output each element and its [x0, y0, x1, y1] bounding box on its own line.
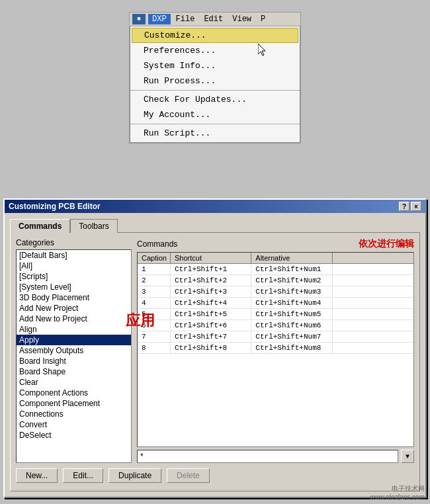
- categories-label: Categories: [16, 238, 132, 247]
- caption-cell: 1: [138, 264, 171, 274]
- tabs: Commands Toolbars: [10, 218, 420, 232]
- alternative-header: Alternative: [251, 253, 332, 263]
- list-item[interactable]: Clear: [17, 377, 131, 388]
- menu-bar-top: ■ DXP File Edit View P: [130, 13, 300, 26]
- run-process-item[interactable]: Run Process...: [130, 73, 300, 89]
- preferences-item[interactable]: Preferences...: [130, 43, 300, 58]
- shortcut-header: Shortcut: [171, 253, 251, 263]
- table-header: Caption Shortcut Alternative: [138, 253, 413, 264]
- table-row[interactable]: 1 Ctrl+Shift+1 Ctrl+Shift+Num1: [138, 264, 413, 275]
- categories-panel: Categories [Default Bars] [All] [Scripts…: [16, 238, 132, 463]
- list-item[interactable]: [System Level]: [17, 282, 131, 292]
- dxp-icon: ■: [132, 14, 146, 24]
- list-item[interactable]: 3D Body Placement: [17, 292, 131, 303]
- caption-cell: 3: [138, 286, 171, 297]
- edit-button[interactable]: Edit...: [63, 468, 103, 483]
- shortcut-cell: Ctrl+Shift+1: [171, 264, 251, 274]
- list-item[interactable]: Component Actions: [17, 388, 131, 398]
- search-dropdown-btn[interactable]: ▼: [401, 450, 414, 463]
- shortcut-cell: Ctrl+Shift+8: [171, 343, 251, 353]
- shortcut-cell: Ctrl+Shift+6: [171, 320, 251, 331]
- table-row[interactable]: 3 Ctrl+Shift+3 Ctrl+Shift+Num3: [138, 286, 413, 298]
- shortcut-cell: Ctrl+Shift+3: [171, 286, 251, 297]
- watermark-line2: www.elecfans.com: [370, 493, 425, 501]
- list-item[interactable]: Add New to Project: [17, 314, 131, 324]
- shortcut-cell: Ctrl+Shift+5: [171, 309, 251, 319]
- table-row[interactable]: 4 Ctrl+Shift+4 Ctrl+Shift+Num4: [138, 298, 413, 309]
- commands-header: Commands 依次进行编辑: [137, 238, 414, 250]
- shortcut-cell: Ctrl+Shift+7: [171, 331, 251, 342]
- dxp-dropdown: Customize... Preferences... System Info.…: [130, 26, 300, 143]
- list-item[interactable]: Add New Project: [17, 303, 131, 314]
- shortcut-cell: Ctrl+Shift+4: [171, 298, 251, 308]
- list-item[interactable]: Board Shape: [17, 366, 131, 377]
- alt-cell: Ctrl+Shift+Num2: [251, 275, 332, 286]
- alt-cell: Ctrl+Shift+Num7: [251, 331, 332, 342]
- tab-commands[interactable]: Commands: [10, 219, 70, 233]
- commands-panel: Commands 依次进行编辑 Caption Shortcut Alterna…: [137, 238, 414, 463]
- alt-cell: Ctrl+Shift+Num4: [251, 298, 332, 308]
- dialog-buttons: New... Edit... Duplicate Delete: [16, 463, 414, 485]
- watermark-line1: 电子技术网: [370, 484, 425, 493]
- caption-header: Caption: [138, 253, 171, 263]
- table-row[interactable]: 6 Ctrl+Shift+6 Ctrl+Shift+Num6: [138, 320, 413, 331]
- list-item[interactable]: Convert: [17, 419, 131, 430]
- tab-toolbars[interactable]: Toolbars: [70, 219, 117, 233]
- dialog-titlebar: Customizing PCB Editor ? ×: [5, 200, 425, 213]
- check-updates-item[interactable]: Check For Updates...: [130, 92, 300, 107]
- table-row[interactable]: 2 Ctrl+Shift+2 Ctrl+Shift+Num2: [138, 275, 413, 286]
- caption-cell: 7: [138, 331, 171, 342]
- list-item[interactable]: Component Placement: [17, 398, 131, 409]
- list-item[interactable]: Board Insight: [17, 356, 131, 366]
- duplicate-button[interactable]: Duplicate: [108, 468, 161, 483]
- list-item[interactable]: [Scripts]: [17, 271, 131, 282]
- commands-label: Commands: [137, 239, 177, 249]
- menu-bar-items: DXP File Edit View P: [148, 14, 269, 24]
- list-item[interactable]: DeSelect: [17, 430, 131, 441]
- apply-list-item[interactable]: Apply: [17, 335, 131, 345]
- alt-cell: Ctrl+Shift+Num3: [251, 286, 332, 297]
- commands-table: Caption Shortcut Alternative 1 Ctrl+Shif…: [137, 252, 414, 447]
- list-item[interactable]: Connections: [17, 409, 131, 419]
- alt-cell: Ctrl+Shift+Num1: [251, 264, 332, 274]
- customizing-dialog: Customizing PCB Editor ? × Commands Tool…: [3, 198, 427, 498]
- top-menu-section: ■ DXP File Edit View P Customize... Pref…: [0, 0, 430, 192]
- categories-listbox[interactable]: [Default Bars] [All] [Scripts] [System L…: [16, 249, 132, 463]
- alt-cell: Ctrl+Shift+Num6: [251, 320, 332, 331]
- caption-cell: 8: [138, 343, 171, 353]
- new-button[interactable]: New...: [16, 468, 58, 483]
- view-menu-item[interactable]: View: [228, 14, 255, 24]
- search-input[interactable]: [137, 450, 398, 463]
- dialog-section: Customizing PCB Editor ? × Commands Tool…: [0, 195, 430, 504]
- caption-cell: 4: [138, 298, 171, 308]
- customize-item[interactable]: Customize...: [132, 28, 298, 43]
- main-layout: Categories [Default Bars] [All] [Scripts…: [16, 238, 414, 463]
- list-item[interactable]: Assembly Outputs: [17, 345, 131, 356]
- table-row[interactable]: 7 Ctrl+Shift+7 Ctrl+Shift+Num7: [138, 331, 413, 343]
- caption-cell: 2: [138, 275, 171, 286]
- edit-menu-item[interactable]: Edit: [200, 14, 227, 24]
- p-menu-item[interactable]: P: [257, 14, 269, 24]
- shortcut-cell: Ctrl+Shift+2: [171, 275, 251, 286]
- list-item[interactable]: [All]: [17, 261, 131, 271]
- edit-annotation: 依次进行编辑: [359, 238, 414, 250]
- alt-cell: Ctrl+Shift+Num5: [251, 309, 332, 319]
- table-row[interactable]: 8 Ctrl+Shift+8 Ctrl+Shift+Num8: [138, 343, 413, 354]
- dialog-title: Customizing PCB Editor: [9, 202, 101, 211]
- system-info-item[interactable]: System Info...: [130, 58, 300, 73]
- list-item[interactable]: [Default Bars]: [17, 250, 131, 261]
- delete-button[interactable]: Delete: [167, 468, 210, 483]
- dxp-menu-item[interactable]: DXP: [148, 14, 171, 24]
- watermark: 电子技术网 www.elecfans.com: [370, 484, 425, 501]
- caption-cell: 5: [138, 309, 171, 319]
- my-account-item[interactable]: My Account...: [130, 107, 300, 122]
- menu-bar: ■ DXP File Edit View P Customize... Pref…: [129, 12, 301, 144]
- list-item[interactable]: Align: [17, 324, 131, 335]
- close-button[interactable]: ×: [411, 202, 421, 211]
- table-row[interactable]: 5 Ctrl+Shift+5 Ctrl+Shift+Num5: [138, 309, 413, 320]
- run-script-item[interactable]: Run Script...: [130, 126, 300, 141]
- search-row: ▼: [137, 450, 414, 463]
- table-body: 1 Ctrl+Shift+1 Ctrl+Shift+Num1 2 Ctrl+Sh…: [138, 264, 413, 443]
- file-menu-item[interactable]: File: [172, 14, 199, 24]
- help-button[interactable]: ?: [399, 202, 409, 211]
